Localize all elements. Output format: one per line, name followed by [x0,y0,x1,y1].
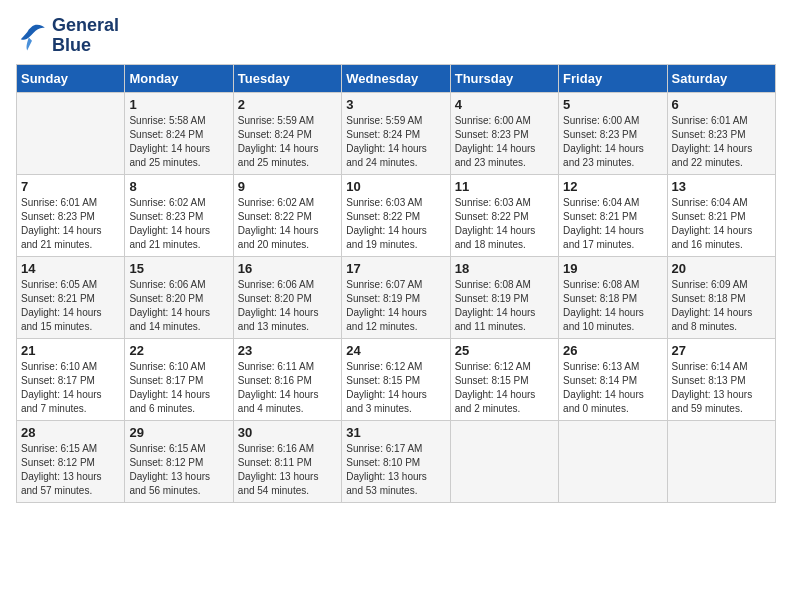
calendar-week-row: 14Sunrise: 6:05 AM Sunset: 8:21 PM Dayli… [17,256,776,338]
day-number: 31 [346,425,445,440]
day-info: Sunrise: 6:13 AM Sunset: 8:14 PM Dayligh… [563,360,662,416]
day-number: 5 [563,97,662,112]
header-day: Thursday [450,64,558,92]
day-info: Sunrise: 6:12 AM Sunset: 8:15 PM Dayligh… [455,360,554,416]
calendar-week-row: 7Sunrise: 6:01 AM Sunset: 8:23 PM Daylig… [17,174,776,256]
day-number: 15 [129,261,228,276]
day-info: Sunrise: 6:06 AM Sunset: 8:20 PM Dayligh… [129,278,228,334]
day-info: Sunrise: 6:02 AM Sunset: 8:23 PM Dayligh… [129,196,228,252]
day-info: Sunrise: 6:11 AM Sunset: 8:16 PM Dayligh… [238,360,337,416]
calendar-cell: 2Sunrise: 5:59 AM Sunset: 8:24 PM Daylig… [233,92,341,174]
day-number: 17 [346,261,445,276]
calendar-cell: 1Sunrise: 5:58 AM Sunset: 8:24 PM Daylig… [125,92,233,174]
day-number: 25 [455,343,554,358]
day-info: Sunrise: 6:01 AM Sunset: 8:23 PM Dayligh… [672,114,771,170]
calendar-cell: 30Sunrise: 6:16 AM Sunset: 8:11 PM Dayli… [233,420,341,502]
calendar-week-row: 1Sunrise: 5:58 AM Sunset: 8:24 PM Daylig… [17,92,776,174]
calendar-cell: 15Sunrise: 6:06 AM Sunset: 8:20 PM Dayli… [125,256,233,338]
calendar-cell: 27Sunrise: 6:14 AM Sunset: 8:13 PM Dayli… [667,338,775,420]
calendar-cell: 3Sunrise: 5:59 AM Sunset: 8:24 PM Daylig… [342,92,450,174]
day-number: 3 [346,97,445,112]
day-info: Sunrise: 6:10 AM Sunset: 8:17 PM Dayligh… [21,360,120,416]
calendar-cell: 21Sunrise: 6:10 AM Sunset: 8:17 PM Dayli… [17,338,125,420]
calendar-cell: 19Sunrise: 6:08 AM Sunset: 8:18 PM Dayli… [559,256,667,338]
day-info: Sunrise: 6:06 AM Sunset: 8:20 PM Dayligh… [238,278,337,334]
calendar-cell: 14Sunrise: 6:05 AM Sunset: 8:21 PM Dayli… [17,256,125,338]
logo-icon [16,20,48,52]
day-number: 8 [129,179,228,194]
day-info: Sunrise: 6:03 AM Sunset: 8:22 PM Dayligh… [346,196,445,252]
calendar-cell: 13Sunrise: 6:04 AM Sunset: 8:21 PM Dayli… [667,174,775,256]
day-info: Sunrise: 6:08 AM Sunset: 8:18 PM Dayligh… [563,278,662,334]
calendar-cell: 26Sunrise: 6:13 AM Sunset: 8:14 PM Dayli… [559,338,667,420]
day-info: Sunrise: 6:15 AM Sunset: 8:12 PM Dayligh… [129,442,228,498]
day-info: Sunrise: 6:15 AM Sunset: 8:12 PM Dayligh… [21,442,120,498]
day-info: Sunrise: 6:01 AM Sunset: 8:23 PM Dayligh… [21,196,120,252]
day-info: Sunrise: 6:12 AM Sunset: 8:15 PM Dayligh… [346,360,445,416]
logo: General Blue [16,16,119,56]
calendar-header-row: SundayMondayTuesdayWednesdayThursdayFrid… [17,64,776,92]
calendar-cell: 8Sunrise: 6:02 AM Sunset: 8:23 PM Daylig… [125,174,233,256]
day-number: 14 [21,261,120,276]
calendar-table: SundayMondayTuesdayWednesdayThursdayFrid… [16,64,776,503]
day-number: 20 [672,261,771,276]
calendar-body: 1Sunrise: 5:58 AM Sunset: 8:24 PM Daylig… [17,92,776,502]
header-day: Sunday [17,64,125,92]
day-number: 28 [21,425,120,440]
day-number: 26 [563,343,662,358]
day-number: 4 [455,97,554,112]
day-info: Sunrise: 6:07 AM Sunset: 8:19 PM Dayligh… [346,278,445,334]
day-info: Sunrise: 6:00 AM Sunset: 8:23 PM Dayligh… [455,114,554,170]
calendar-cell: 9Sunrise: 6:02 AM Sunset: 8:22 PM Daylig… [233,174,341,256]
calendar-cell [17,92,125,174]
calendar-cell: 11Sunrise: 6:03 AM Sunset: 8:22 PM Dayli… [450,174,558,256]
day-number: 16 [238,261,337,276]
day-number: 1 [129,97,228,112]
calendar-cell [559,420,667,502]
calendar-cell: 17Sunrise: 6:07 AM Sunset: 8:19 PM Dayli… [342,256,450,338]
calendar-cell: 23Sunrise: 6:11 AM Sunset: 8:16 PM Dayli… [233,338,341,420]
day-number: 22 [129,343,228,358]
calendar-cell: 18Sunrise: 6:08 AM Sunset: 8:19 PM Dayli… [450,256,558,338]
day-info: Sunrise: 6:10 AM Sunset: 8:17 PM Dayligh… [129,360,228,416]
day-number: 23 [238,343,337,358]
calendar-cell: 5Sunrise: 6:00 AM Sunset: 8:23 PM Daylig… [559,92,667,174]
calendar-cell: 24Sunrise: 6:12 AM Sunset: 8:15 PM Dayli… [342,338,450,420]
header-day: Tuesday [233,64,341,92]
calendar-week-row: 28Sunrise: 6:15 AM Sunset: 8:12 PM Dayli… [17,420,776,502]
day-info: Sunrise: 6:09 AM Sunset: 8:18 PM Dayligh… [672,278,771,334]
day-number: 27 [672,343,771,358]
day-number: 29 [129,425,228,440]
day-number: 2 [238,97,337,112]
day-number: 7 [21,179,120,194]
calendar-week-row: 21Sunrise: 6:10 AM Sunset: 8:17 PM Dayli… [17,338,776,420]
calendar-cell: 28Sunrise: 6:15 AM Sunset: 8:12 PM Dayli… [17,420,125,502]
calendar-cell: 10Sunrise: 6:03 AM Sunset: 8:22 PM Dayli… [342,174,450,256]
day-info: Sunrise: 5:59 AM Sunset: 8:24 PM Dayligh… [346,114,445,170]
page-header: General Blue [16,16,776,56]
calendar-cell: 29Sunrise: 6:15 AM Sunset: 8:12 PM Dayli… [125,420,233,502]
calendar-cell: 31Sunrise: 6:17 AM Sunset: 8:10 PM Dayli… [342,420,450,502]
calendar-cell: 25Sunrise: 6:12 AM Sunset: 8:15 PM Dayli… [450,338,558,420]
calendar-cell: 16Sunrise: 6:06 AM Sunset: 8:20 PM Dayli… [233,256,341,338]
calendar-cell [667,420,775,502]
calendar-cell [450,420,558,502]
day-info: Sunrise: 6:08 AM Sunset: 8:19 PM Dayligh… [455,278,554,334]
calendar-cell: 20Sunrise: 6:09 AM Sunset: 8:18 PM Dayli… [667,256,775,338]
day-info: Sunrise: 6:00 AM Sunset: 8:23 PM Dayligh… [563,114,662,170]
day-number: 10 [346,179,445,194]
calendar-cell: 12Sunrise: 6:04 AM Sunset: 8:21 PM Dayli… [559,174,667,256]
day-number: 19 [563,261,662,276]
logo-text: General Blue [52,16,119,56]
day-info: Sunrise: 6:04 AM Sunset: 8:21 PM Dayligh… [672,196,771,252]
day-number: 18 [455,261,554,276]
day-number: 6 [672,97,771,112]
day-number: 12 [563,179,662,194]
day-info: Sunrise: 6:04 AM Sunset: 8:21 PM Dayligh… [563,196,662,252]
calendar-cell: 22Sunrise: 6:10 AM Sunset: 8:17 PM Dayli… [125,338,233,420]
day-info: Sunrise: 5:58 AM Sunset: 8:24 PM Dayligh… [129,114,228,170]
day-number: 11 [455,179,554,194]
day-info: Sunrise: 6:02 AM Sunset: 8:22 PM Dayligh… [238,196,337,252]
header-day: Wednesday [342,64,450,92]
calendar-cell: 7Sunrise: 6:01 AM Sunset: 8:23 PM Daylig… [17,174,125,256]
